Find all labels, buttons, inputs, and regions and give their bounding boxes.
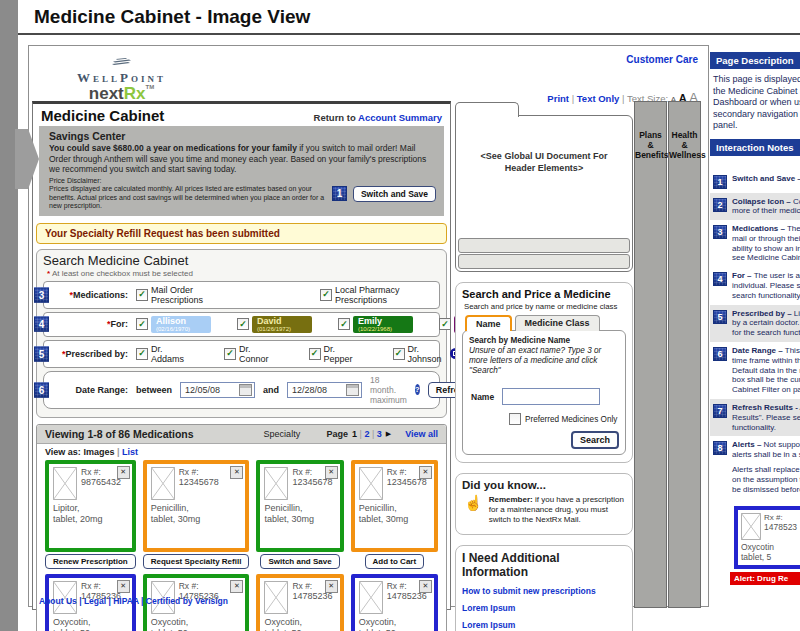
family-member-chip[interactable]: David (01/26/1972) <box>252 316 312 333</box>
header-gray-bar <box>458 238 630 253</box>
tab-name[interactable]: Name <box>465 315 512 331</box>
checkbox[interactable]: ✓ <box>136 289 148 301</box>
close-icon[interactable]: ✕ <box>325 466 338 479</box>
info-link[interactable]: Lorem Ipsum <box>462 603 626 613</box>
close-icon[interactable]: ✕ <box>419 466 432 479</box>
calendar-icon[interactable] <box>346 384 359 396</box>
medication-cell: Rx #: 12345678 ✕ Penicillin, tablet, 30m… <box>256 460 343 572</box>
help-icon[interactable]: ? <box>415 384 420 395</box>
close-icon[interactable]: ✕ <box>230 466 243 479</box>
switch-and-save-button[interactable]: Switch and Save <box>353 186 436 202</box>
footer-link[interactable]: About Us <box>39 596 77 606</box>
checkbox[interactable]: ✓ <box>439 318 451 330</box>
close-icon[interactable]: ✕ <box>117 466 130 479</box>
search-price-panel: Search and Price a Medicine Search and p… <box>455 282 633 463</box>
search-button[interactable]: Search <box>571 431 619 449</box>
checkbox[interactable]: ✓ <box>338 318 350 330</box>
search-price-title: Search and Price a Medicine <box>462 288 626 300</box>
customer-care-link[interactable]: Customer Care <box>626 54 698 65</box>
description-line: Dashboard or when use <box>713 97 800 109</box>
member-name: Emily <box>358 317 408 326</box>
medicine-name-input[interactable] <box>502 388 600 405</box>
close-icon[interactable]: ✕ <box>117 580 130 593</box>
card-action: Switch and Save <box>256 552 343 572</box>
interaction-note: 3 Medications – The usemail or through t… <box>710 220 800 267</box>
savings-bottom-row: Price Disclaimer: Prices displayed are c… <box>49 177 436 211</box>
date-to-input[interactable] <box>290 384 346 396</box>
interaction-note: 4 For – The user is able tindividual. Pl… <box>710 267 800 304</box>
interaction-note: 1 Switch and Save – Clic <box>710 170 800 193</box>
footer-link[interactable]: Certified by Verisign <box>146 596 228 606</box>
medications-row: 3 *Medications: ✓ Mail Order Prescriptio… <box>43 281 440 309</box>
name-row: Name <box>471 388 619 405</box>
tab-plans-benefits[interactable]: Plans &Benefits <box>634 101 667 608</box>
between-label: between <box>136 385 172 395</box>
calendar-icon[interactable] <box>239 384 252 396</box>
card-action-button[interactable]: Add to Cart <box>365 554 425 569</box>
page-link[interactable]: 3 <box>377 429 382 439</box>
and-label: and <box>263 385 279 395</box>
medications-options: ✓ Mail Order Prescriptions ✓ Local Pharm… <box>136 285 433 305</box>
close-icon[interactable]: ✕ <box>230 580 243 593</box>
checkbox-option: ✓ Dr. Addams <box>136 344 184 364</box>
family-member-chip[interactable]: Emily (10/22/1968) <box>353 316 413 333</box>
option-label: Dr. Pepper <box>324 344 353 364</box>
medicine-cabinet-panel: Medicine Cabinet Return to Account Summa… <box>32 101 451 610</box>
header-placeholder-tab <box>455 102 519 117</box>
footer-link[interactable]: HIPAA <box>113 596 139 606</box>
specialty-refill-banner: Your Specialty Refill Request has been s… <box>36 223 447 244</box>
checkbox[interactable]: ✓ <box>393 348 405 360</box>
view-list-link[interactable]: List <box>122 447 138 457</box>
results-header: Viewing 1-8 of 86 Medications Specialty … <box>37 425 446 444</box>
checkbox[interactable]: ✓ <box>136 318 148 330</box>
checkbox[interactable]: ✓ <box>309 348 321 360</box>
savings-lead: You could save $680.00 a year on medicat… <box>49 143 436 175</box>
additional-info-panel: I Need Additional Information How to sub… <box>455 545 633 631</box>
family-member-chip[interactable]: Allison (02/16/1970) <box>151 316 211 333</box>
search-by-name-box: Search by Medicine Name Unsure of an exa… <box>462 330 626 455</box>
interaction-note: 7 Refresh Results - All rResults". Pleas… <box>710 399 800 436</box>
search-hint: Unsure of an exact name? Type 3 or more … <box>469 346 619 376</box>
name-label: Name <box>471 392 494 402</box>
drug-name: Penicillin, tablet, 30mg <box>359 503 430 525</box>
screen: Medicine Cabinet - Image View WellPoint … <box>0 0 800 631</box>
interaction-note: 5 Prescribed by – Limitsby a certain doc… <box>710 305 800 342</box>
footer-link[interactable]: Legal <box>84 596 106 606</box>
card-action-button[interactable]: Switch and Save <box>260 554 339 569</box>
account-summary-link[interactable]: Account Summary <box>358 112 442 123</box>
checkbox[interactable]: ✓ <box>237 318 249 330</box>
medication-cell: Rx #: 12345678 ✕ Penicillin, tablet, 30m… <box>351 460 438 572</box>
note-badge-1: 1 <box>332 186 347 201</box>
rx-label: Rx #: <box>179 467 219 477</box>
medication-card: Rx #: 12345678 ✕ Penicillin, tablet, 30m… <box>351 460 438 552</box>
checkbox[interactable]: ✓ <box>136 348 148 360</box>
doctor-options: ✓ Dr. Addams ✓ Dr. Connor ✓ Dr. Pepper ✓… <box>136 344 442 364</box>
next-page-icon[interactable]: ▶ <box>386 430 391 438</box>
rx-label: Rx #: <box>81 581 121 591</box>
info-link[interactable]: Lorem Ipsum <box>462 620 626 630</box>
card-action: Add to Cart <box>351 552 438 572</box>
drug-alert-banner: Alert: Drug Re <box>730 572 800 585</box>
drug-name: Oxycotin, tablet, 50 mg <box>359 617 430 631</box>
tab-health-wellness[interactable]: Health &Wellness <box>668 101 701 608</box>
view-all-link[interactable]: View all <box>405 429 438 439</box>
checkbox[interactable]: ✓ <box>224 348 236 360</box>
checkbox[interactable]: ✓ <box>320 289 332 301</box>
view-images-current[interactable]: Images <box>83 447 114 457</box>
prescribed-by-row: 5 *Prescribed by: ✓ Dr. Addams ✓ Dr. Con… <box>43 340 440 368</box>
option-label: Dr. Addams <box>151 344 184 364</box>
close-icon[interactable]: ✕ <box>325 580 338 593</box>
close-icon[interactable]: ✕ <box>419 580 432 593</box>
footer-links: About Us | Legal | HIPAA | Certified by … <box>39 596 228 606</box>
search-by-name-title: Search by Medicine Name <box>469 336 619 345</box>
date-from-field <box>180 382 255 398</box>
tab-medicine-class[interactable]: Medicine Class <box>515 315 600 331</box>
card-action-button[interactable]: Request Specialty Refill <box>143 554 250 569</box>
preferred-checkbox[interactable] <box>509 413 521 425</box>
rx-number: 98765432 <box>81 477 121 487</box>
interaction-notes-list: 1 Switch and Save – Clic 2 Collapse Icon… <box>710 170 800 499</box>
card-action-button[interactable]: Renew Prescription <box>45 554 136 569</box>
checkbox-option: ✓ Dr. Pepper <box>309 344 353 364</box>
info-link[interactable]: How to submit new prescriptions <box>462 586 626 596</box>
date-from-input[interactable] <box>183 384 239 396</box>
